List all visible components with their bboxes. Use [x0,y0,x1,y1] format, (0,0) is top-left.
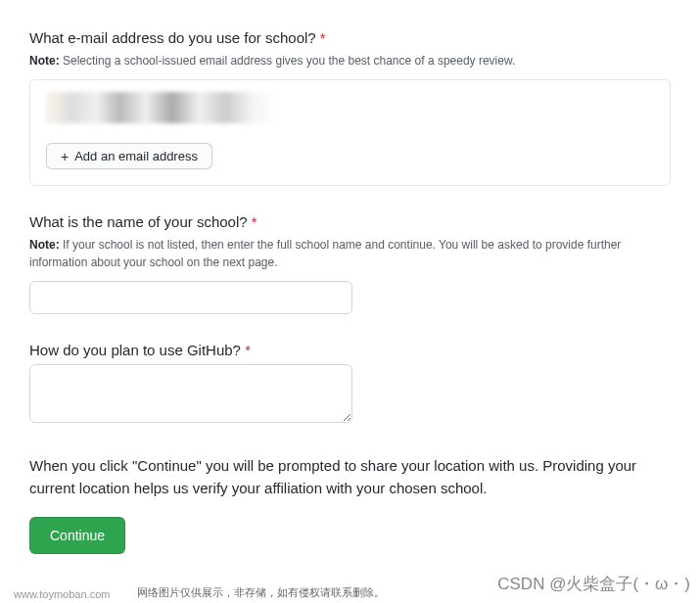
watermark-author: CSDN @火柴盒子(・ω・) [497,573,690,595]
note-prefix: Note: [29,54,60,68]
school-label-text: What is the name of your school? [29,213,248,230]
email-label: What e-mail address do you use for schoo… [29,29,671,46]
email-note: Note: Selecting a school-issued email ad… [29,52,671,70]
note-text: If your school is not listed, then enter… [29,238,621,269]
note-prefix: Note: [29,238,60,252]
email-box: + Add an email address [29,79,671,186]
required-mark: * [252,213,257,230]
school-input[interactable] [29,281,352,314]
required-mark: * [320,29,326,46]
location-notice: When you click "Continue" you will be pr… [29,455,671,499]
email-label-text: What e-mail address do you use for schoo… [29,29,316,46]
plan-section: How do you plan to use GitHub? * [29,342,671,426]
school-note: Note: If your school is not listed, then… [29,236,671,271]
watermark-notice: 网络图片仅供展示，非存储，如有侵权请联系删除。 [137,585,385,600]
plus-icon: + [61,150,69,163]
plan-label-text: How do you plan to use GitHub? [29,342,241,358]
plan-label: How do you plan to use GitHub? * [29,342,671,358]
required-mark: * [245,342,251,358]
continue-button[interactable]: Continue [29,517,125,554]
watermark-site: www.toymoban.com [14,588,110,600]
note-text: Selecting a school-issued email address … [60,54,516,68]
plan-textarea[interactable] [29,364,352,423]
add-email-button[interactable]: + Add an email address [46,143,212,169]
school-label: What is the name of your school? * [29,213,671,230]
email-section: What e-mail address do you use for schoo… [29,29,671,186]
school-section: What is the name of your school? * Note:… [29,213,671,314]
redacted-email [46,92,379,123]
add-email-label: Add an email address [74,149,198,163]
